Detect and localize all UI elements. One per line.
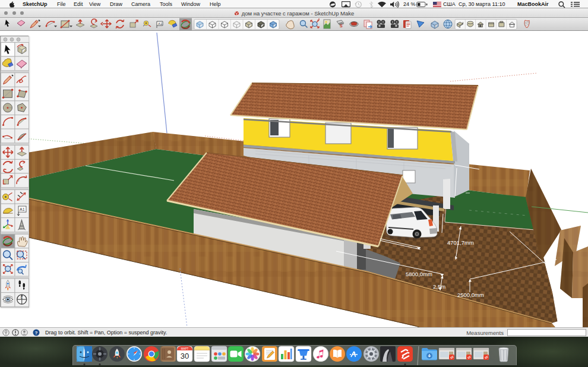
svg-text:A1: A1 xyxy=(20,207,25,211)
svg-text:2500,0mm: 2500,0mm xyxy=(457,292,484,298)
svg-text:30: 30 xyxy=(181,352,189,360)
svg-text:?: ? xyxy=(35,330,38,336)
svg-text:A1: A1 xyxy=(158,22,163,26)
svg-text:4701,7mm: 4701,7mm xyxy=(447,239,474,246)
svg-text:S: S xyxy=(340,24,343,28)
svg-text:2,5m: 2,5m xyxy=(433,283,445,290)
svg-text:МАРТ: МАРТ xyxy=(181,347,189,350)
svg-text:5800,0mm: 5800,0mm xyxy=(406,271,432,277)
